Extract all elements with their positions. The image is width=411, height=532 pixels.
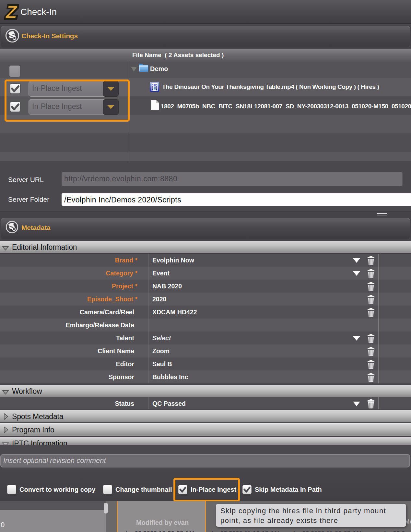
svg-text:Z: Z bbox=[5, 3, 18, 21]
